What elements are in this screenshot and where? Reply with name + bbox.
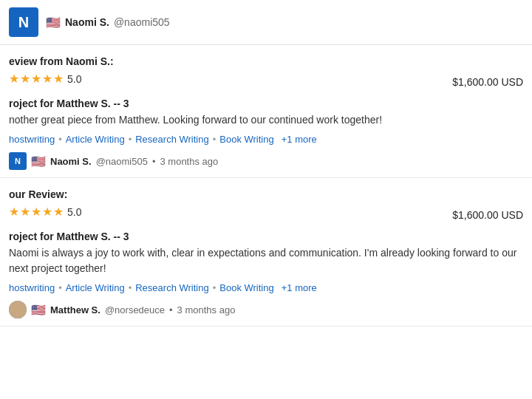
review2-price: $1,600.00 USD bbox=[452, 209, 523, 221]
review2-header: our Review: bbox=[9, 188, 523, 200]
review1-reviewer-flag: 🇺🇸 bbox=[31, 154, 46, 168]
review2-tag-more[interactable]: +1 more bbox=[282, 282, 317, 293]
review1-from-label: eview from Naomi S.: bbox=[9, 55, 114, 67]
top-username: Naomi S. bbox=[65, 16, 109, 28]
review1-reviewer-time: 3 months ago bbox=[160, 156, 218, 167]
review1-rating: 5.0 bbox=[67, 73, 81, 85]
review1-reviewer-handle: @naomi505 bbox=[96, 156, 148, 167]
review1-reviewer-meta: N 🇺🇸 Naomi S. @naomi505 • 3 months ago bbox=[9, 152, 523, 170]
review2-stars-price-row: ★★★★★ 5.0 $1,600.00 USD bbox=[9, 205, 523, 225]
review2-reviewer-name: Matthew S. bbox=[50, 304, 100, 316]
review2-reviewer-flag: 🇺🇸 bbox=[31, 303, 46, 317]
review2-rating: 5.0 bbox=[67, 206, 81, 218]
review2-tag-book-writing[interactable]: Book Writing bbox=[219, 282, 273, 293]
review1-stars-price-row: ★★★★★ 5.0 $1,600.00 USD bbox=[9, 72, 523, 92]
review2-tag-article-writing[interactable]: Article Writing bbox=[66, 282, 125, 293]
review1-tag-research-writing[interactable]: Research Writing bbox=[135, 134, 208, 145]
review1-project-title: roject for Matthew S. -- 3 bbox=[9, 98, 523, 109]
flag-icon: 🇺🇸 bbox=[46, 16, 61, 30]
review2-reviewer-avatar bbox=[9, 301, 27, 318]
review1-header: eview from Naomi S.: bbox=[9, 55, 523, 67]
review1-stars-row: ★★★★★ 5.0 bbox=[9, 72, 81, 86]
review1-tag-article-writing[interactable]: Article Writing bbox=[66, 134, 125, 145]
review1-stars: ★★★★★ bbox=[9, 72, 64, 86]
review2-reviewer-meta: 🇺🇸 Matthew S. @norsedeuce • 3 months ago bbox=[9, 301, 523, 318]
review2-project-title: roject for Matthew S. -- 3 bbox=[9, 231, 523, 242]
review1-tag-more[interactable]: +1 more bbox=[282, 134, 317, 145]
review2-tag-ghostwriting[interactable]: hostwriting bbox=[9, 282, 55, 293]
review2-reviewer-time: 3 months ago bbox=[177, 304, 236, 316]
review-section-1: eview from Naomi S.: ★★★★★ 5.0 $1,600.00… bbox=[0, 45, 532, 178]
review2-text: Naomi is always a joy to work with, clea… bbox=[9, 245, 523, 276]
top-handle: @naomi505 bbox=[114, 16, 170, 28]
review1-reviewer-avatar: N bbox=[9, 152, 27, 170]
review2-from-label: our Review: bbox=[9, 188, 67, 200]
review1-tag-book-writing[interactable]: Book Writing bbox=[219, 134, 273, 145]
review1-tags: hostwriting • Article Writing • Research… bbox=[9, 134, 523, 145]
review-section-2: our Review: ★★★★★ 5.0 $1,600.00 USD roje… bbox=[0, 178, 532, 327]
review2-stars-row: ★★★★★ 5.0 bbox=[9, 205, 81, 219]
review2-stars: ★★★★★ bbox=[9, 205, 64, 219]
page-container: N 🇺🇸 Naomi S. @naomi505 eview from Naomi… bbox=[0, 0, 532, 327]
review1-price: $1,600.00 USD bbox=[452, 76, 523, 88]
avatar-blue-n: N bbox=[9, 7, 38, 37]
review2-tag-research-writing[interactable]: Research Writing bbox=[135, 282, 208, 293]
top-user-info: 🇺🇸 Naomi S. @naomi505 bbox=[46, 16, 170, 30]
review2-tags: hostwriting • Article Writing • Research… bbox=[9, 282, 523, 293]
top-bar: N 🇺🇸 Naomi S. @naomi505 bbox=[0, 0, 532, 45]
review1-tag-ghostwriting[interactable]: hostwriting bbox=[9, 134, 55, 145]
review1-text: nother great piece from Matthew. Looking… bbox=[9, 112, 523, 128]
review1-reviewer-name: Naomi S. bbox=[50, 156, 92, 167]
review2-reviewer-handle: @norsedeuce bbox=[105, 304, 165, 316]
